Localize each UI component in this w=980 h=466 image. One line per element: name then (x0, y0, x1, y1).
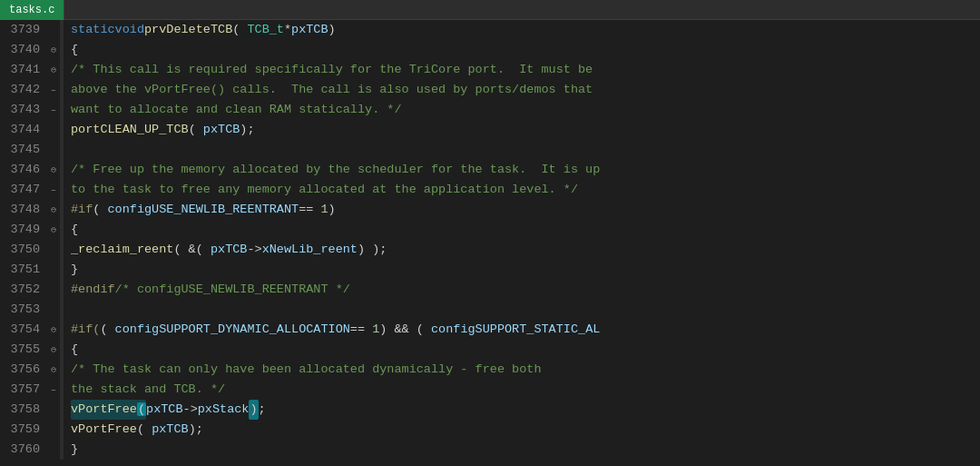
gutter-3740 (60, 40, 64, 60)
gutter-3742 (60, 80, 64, 100)
code-line-3752: 3752 #endif /* configUSE_NEWLIB_REENTRAN… (0, 280, 980, 300)
line-number-3746: 3746 (0, 160, 47, 180)
code-line-3757: 3757 the stack and TCB. */ (0, 380, 980, 400)
line-number-3752: 3752 (0, 280, 47, 300)
fold-3744 (47, 120, 60, 140)
code-line-3754: 3754 #if( ( configSUPPORT_DYNAMIC_ALLOCA… (0, 320, 980, 340)
fold-3739 (47, 20, 60, 40)
code-content-3759: vPortFree( pxTCB ); (67, 420, 980, 440)
gutter-3746 (60, 160, 64, 180)
code-line-3740: 3740 { (0, 40, 980, 60)
gutter-3739 (60, 20, 64, 40)
code-content-3742: above the vPortFree() calls. The call is… (67, 80, 980, 100)
gutter-3753 (60, 300, 64, 320)
code-line-3745: 3745 (0, 140, 980, 160)
gutter-3745 (60, 140, 64, 160)
code-content-3744: portCLEAN_UP_TCB( pxTCB ); (67, 120, 980, 140)
fold-3754[interactable] (47, 320, 60, 340)
fold-3755[interactable] (47, 340, 60, 360)
line-number-3744: 3744 (0, 120, 47, 140)
line-number-3756: 3756 (0, 360, 47, 380)
code-content-3750: _reclaim_reent( &( pxTCB->xNewLib_reent … (67, 240, 980, 260)
code-line-3739: 3739 static void prvDeleteTCB( TCB_t *px… (0, 20, 980, 40)
code-content-3758: vPortFree( pxTCB->pxStack ); (67, 400, 980, 420)
fold-3760 (47, 440, 60, 460)
line-number-3749: 3749 (0, 220, 47, 240)
line-number-3760: 3760 (0, 440, 47, 460)
code-content-3757: the stack and TCB. */ (67, 380, 980, 400)
code-content-3747: to the task to free any memory allocated… (67, 180, 980, 200)
gutter-3754 (60, 320, 64, 340)
fold-3741[interactable] (47, 60, 60, 80)
line-number-3754: 3754 (0, 320, 47, 340)
gutter-3757 (60, 380, 64, 400)
gutter-3749 (60, 220, 64, 240)
fold-3745 (47, 140, 60, 160)
gutter-3759 (60, 420, 64, 440)
line-number-3743: 3743 (0, 100, 47, 120)
fold-3753 (47, 300, 60, 320)
fold-3756[interactable] (47, 360, 60, 380)
line-number-3742: 3742 (0, 80, 47, 100)
fold-3749[interactable] (47, 220, 60, 240)
code-content-3752: #endif /* configUSE_NEWLIB_REENTRANT */ (67, 280, 980, 300)
fold-3747 (47, 180, 60, 200)
code-line-3741: 3741 /* This call is required specifical… (0, 60, 980, 80)
code-content-3751: } (67, 260, 980, 280)
line-number-3753: 3753 (0, 300, 47, 320)
fold-3743 (47, 100, 60, 120)
fold-3757 (47, 380, 60, 400)
code-line-3751: 3751 } (0, 260, 980, 280)
gutter-3747 (60, 180, 64, 200)
fold-3751 (47, 260, 60, 280)
code-content-3741: /* This call is required specifically fo… (67, 60, 980, 80)
fold-3740[interactable] (47, 40, 60, 60)
gutter-3744 (60, 120, 64, 140)
gutter-3755 (60, 340, 64, 360)
fold-3748[interactable] (47, 200, 60, 220)
gutter-3760 (60, 440, 64, 460)
code-content-3748: #if ( configUSE_NEWLIB_REENTRANT == 1 ) (67, 200, 980, 220)
code-content-3749: { (67, 220, 980, 240)
code-container: 3739 static void prvDeleteTCB( TCB_t *px… (0, 20, 980, 466)
code-line-3749: 3749 { (0, 220, 980, 240)
code-content-3754: #if( ( configSUPPORT_DYNAMIC_ALLOCATION … (67, 320, 980, 340)
line-number-3748: 3748 (0, 200, 47, 220)
gutter-3756 (60, 360, 64, 380)
code-line-3748: 3748 #if ( configUSE_NEWLIB_REENTRANT ==… (0, 200, 980, 220)
code-content-3745 (67, 140, 980, 160)
code-line-3747: 3747 to the task to free any memory allo… (0, 180, 980, 200)
gutter-3748 (60, 200, 64, 220)
gutter-3752 (60, 280, 64, 300)
line-number-3757: 3757 (0, 380, 47, 400)
code-line-3746: 3746 /* Free up the memory allocated by … (0, 160, 980, 180)
line-number-3759: 3759 (0, 420, 47, 440)
code-content-3755: { (67, 340, 980, 360)
line-number-3745: 3745 (0, 140, 47, 160)
tab-tasks-c[interactable]: tasks.c (0, 0, 64, 20)
gutter-3750 (60, 240, 64, 260)
fold-3752 (47, 280, 60, 300)
code-content-3743: want to allocate and clean RAM staticall… (67, 100, 980, 120)
code-line-3756: 3756 /* The task can only have been allo… (0, 360, 980, 380)
line-number-3747: 3747 (0, 180, 47, 200)
code-line-3750: 3750 _reclaim_reent( &( pxTCB->xNewLib_r… (0, 240, 980, 260)
gutter-3751 (60, 260, 64, 280)
line-number-3739: 3739 (0, 20, 47, 40)
line-number-3740: 3740 (0, 40, 47, 60)
code-line-3744: 3744 portCLEAN_UP_TCB( pxTCB ); (0, 120, 980, 140)
fold-3742 (47, 80, 60, 100)
gutter-3758 (60, 400, 64, 420)
code-line-3742: 3742 above the vPortFree() calls. The ca… (0, 80, 980, 100)
fold-3750 (47, 240, 60, 260)
code-content-3740: { (67, 40, 980, 60)
gutter-3741 (60, 60, 64, 80)
fold-3759 (47, 420, 60, 440)
gutter-3743 (60, 100, 64, 120)
code-content-3746: /* Free up the memory allocated by the s… (67, 160, 980, 180)
code-line-3758: 3758 vPortFree( pxTCB->pxStack ); (0, 400, 980, 420)
line-number-3758: 3758 (0, 400, 47, 420)
tab-bar: tasks.c (0, 0, 980, 20)
code-line-3759: 3759 vPortFree( pxTCB ); (0, 420, 980, 440)
fold-3746[interactable] (47, 160, 60, 180)
